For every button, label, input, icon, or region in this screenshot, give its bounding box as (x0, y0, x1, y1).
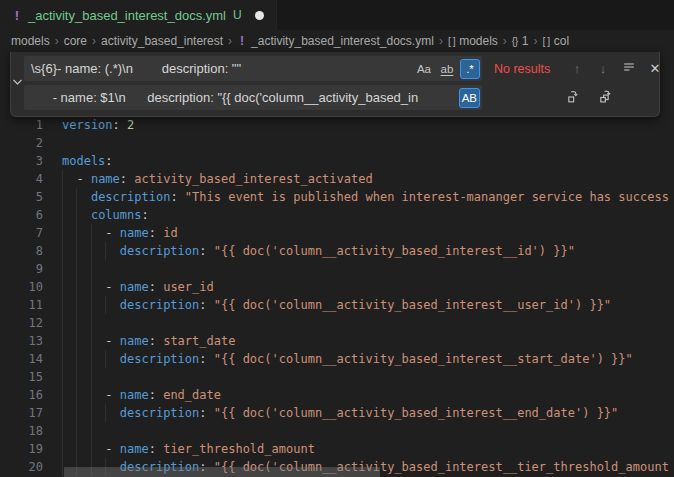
selection-lines-icon (622, 60, 636, 77)
code-line[interactable]: 15 (0, 368, 674, 386)
indent-guide (62, 224, 63, 242)
replace-all-icon (598, 89, 613, 107)
toggle-replace-button[interactable] (11, 56, 24, 110)
code-line[interactable]: 10 - name: user_id (0, 278, 674, 296)
breadcrumb-item[interactable]: {}1 (512, 34, 529, 48)
code-line[interactable]: 18 (0, 422, 674, 440)
breadcrumb-label: core (64, 34, 87, 48)
code-line[interactable]: 11 description: "{{ doc('column__activit… (0, 296, 674, 314)
find-in-selection-button[interactable] (618, 58, 640, 80)
tab-filename: _activity_based_interest_docs.yml (28, 8, 226, 23)
indent-guide (62, 368, 63, 386)
line-content: - name: end_date (62, 386, 221, 404)
line-number: 5 (0, 188, 43, 206)
indent-guide (62, 188, 63, 206)
indent-guide (76, 206, 77, 224)
code-line[interactable]: 4 - name: activity_based_interest_activa… (0, 170, 674, 188)
replace-input[interactable]: - name: $1\n description: "{{ doc('colum… (24, 85, 482, 110)
code-line[interactable]: 19 - name: tier_threshold_amount (0, 440, 674, 458)
indent-guide (76, 422, 77, 440)
breadcrumb-label: models (459, 34, 498, 48)
editor-tab[interactable]: ! _activity_based_interest_docs.yml U (0, 0, 277, 30)
line-number: 14 (0, 350, 43, 368)
line-content: models: (62, 152, 113, 170)
indent-guide (62, 170, 63, 188)
code-line[interactable]: 3models: (0, 152, 674, 170)
code-line[interactable]: 5 description: "This event is published … (0, 188, 674, 206)
close-button[interactable]: ✕ (644, 58, 666, 80)
code-line[interactable]: 9 (0, 260, 674, 278)
code-line[interactable]: 6 columns: (0, 206, 674, 224)
next-match-button[interactable]: ↓ (592, 58, 614, 80)
indent-guide (62, 422, 63, 440)
breadcrumb-item[interactable]: [ ]col (543, 34, 570, 48)
code-line[interactable]: 16 - name: end_date (0, 386, 674, 404)
indent-guide (91, 260, 92, 278)
yaml-symbol-icon: ! (237, 34, 247, 48)
line-content: description: "This event is published wh… (62, 188, 669, 206)
indent-guide (62, 296, 63, 314)
replace-all-button[interactable] (594, 87, 616, 109)
indent-guide (76, 260, 77, 278)
match-case-button[interactable]: Aa (414, 59, 434, 79)
breadcrumb-item[interactable]: core (64, 34, 87, 48)
indent-guide (76, 332, 77, 350)
line-number: 12 (0, 314, 43, 332)
code-line[interactable]: 8 description: "{{ doc('column__activity… (0, 242, 674, 260)
line-content: description: "{{ doc('column__activity_b… (62, 296, 611, 314)
horizontal-scrollbar[interactable] (64, 467, 380, 477)
line-number: 8 (0, 242, 43, 260)
code-line[interactable]: 13 - name: start_date (0, 332, 674, 350)
code-line[interactable]: 7 - name: id (0, 224, 674, 242)
line-number: 19 (0, 440, 43, 458)
indent-guide (76, 278, 77, 296)
regex-button[interactable]: .* (460, 59, 480, 79)
breadcrumb-label: activity_based_interest (101, 34, 223, 48)
code-line[interactable]: 1version: 2 (0, 116, 674, 134)
chevron-right-icon: › (503, 34, 507, 48)
breadcrumb-item[interactable]: !_activity_based_interest_docs.yml (237, 34, 434, 48)
indent-guide (105, 296, 106, 314)
indent-guide (76, 296, 77, 314)
breadcrumb-label: col (554, 34, 569, 48)
indent-guide (76, 242, 77, 260)
unsaved-changes-dot[interactable] (255, 11, 264, 20)
indent-guide (62, 386, 63, 404)
array-symbol-icon: [ ] (448, 35, 455, 47)
chevron-right-icon: › (534, 34, 538, 48)
indent-guide (76, 350, 77, 368)
whole-word-button[interactable]: ab (437, 59, 457, 79)
replace-value-text: - name: $1\n description: "{{ doc('colum… (24, 90, 482, 105)
indent-guide (91, 314, 92, 332)
code-line[interactable]: 17 description: "{{ doc('column__activit… (0, 404, 674, 422)
preserve-case-button[interactable]: AB (459, 88, 480, 108)
previous-match-button[interactable]: ↑ (566, 58, 588, 80)
breadcrumb-item[interactable]: [ ]models (448, 34, 498, 48)
chevron-right-icon: › (439, 34, 443, 48)
line-number: 7 (0, 224, 43, 242)
breadcrumb-item[interactable]: models (11, 34, 50, 48)
replace-icon (566, 89, 581, 107)
replace-button[interactable] (562, 87, 584, 109)
array-symbol-icon: [ ] (543, 35, 550, 47)
indent-guide (62, 404, 63, 422)
code-line[interactable]: 14 description: "{{ doc('column__activit… (0, 350, 674, 368)
indent-guide (76, 368, 77, 386)
find-input[interactable]: \s{6}- name: (.*)\n description: "" Aa a… (24, 56, 482, 81)
find-results-count: No results (494, 62, 556, 76)
line-number: 15 (0, 368, 43, 386)
indent-guide (91, 368, 92, 386)
code-line[interactable]: 2 (0, 134, 674, 152)
indent-guide (62, 440, 63, 458)
line-content: version: 2 (62, 116, 134, 134)
code-line[interactable]: 12 (0, 314, 674, 332)
indent-guide (62, 278, 63, 296)
indent-guide (91, 242, 92, 260)
tab-bar: ! _activity_based_interest_docs.yml U (0, 0, 674, 30)
line-content: description: "{{ doc('column__activity_b… (62, 350, 633, 368)
line-number: 1 (0, 116, 43, 134)
line-number: 3 (0, 152, 43, 170)
line-content: columns: (62, 206, 149, 224)
breadcrumb-item[interactable]: activity_based_interest (101, 34, 223, 48)
indent-guide (76, 440, 77, 458)
